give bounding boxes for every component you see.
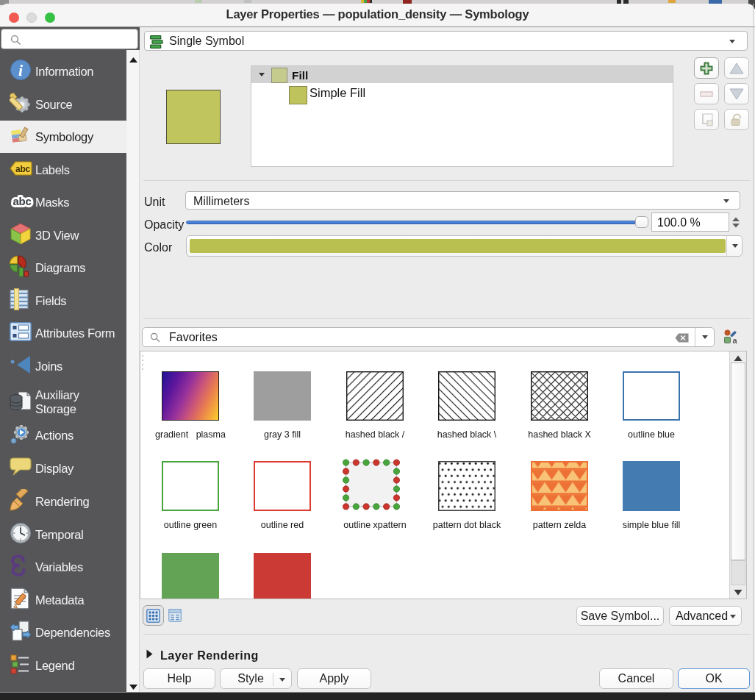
svg-text:abc: abc: [13, 195, 32, 207]
svg-text:abc: abc: [15, 164, 30, 174]
svg-text:a: a: [732, 336, 737, 344]
